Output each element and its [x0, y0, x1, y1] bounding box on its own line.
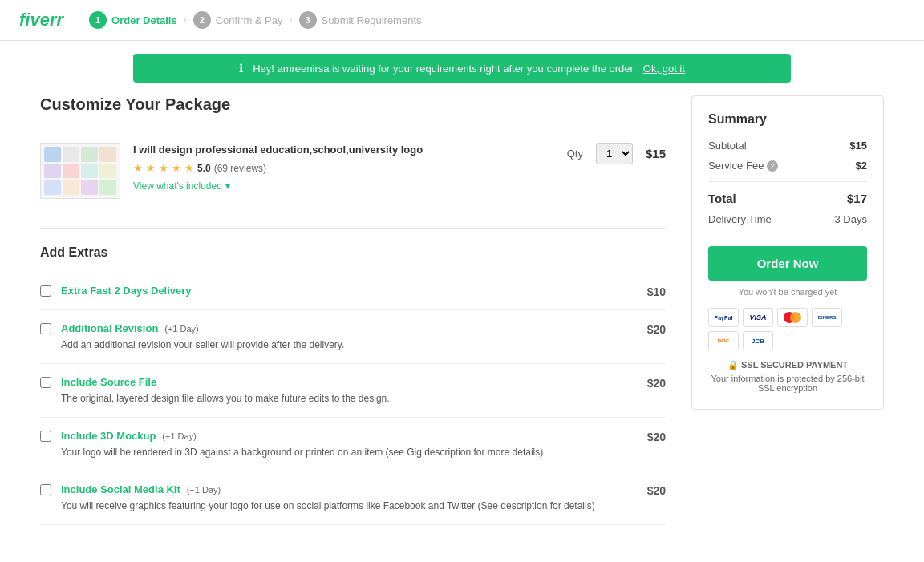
extra-desc-4: You will receive graphics featuring your…: [61, 499, 638, 513]
banner-dismiss-link[interactable]: Ok, got it: [643, 63, 685, 75]
extra-desc-3: Your logo will be rendered in 3D against…: [61, 445, 638, 459]
qty-label: Qty: [567, 148, 583, 160]
service-fee-label: Service Fee ?: [708, 160, 778, 172]
subtotal-label: Subtotal: [708, 139, 747, 152]
package-info: I will design professional education,sch…: [133, 143, 554, 192]
star-3: ★: [159, 162, 168, 174]
mastercard-icon: [777, 308, 808, 327]
extra-checkbox-2[interactable]: [40, 377, 51, 388]
extra-checkbox-1[interactable]: [40, 323, 51, 334]
extra-checkbox-4[interactable]: [40, 484, 51, 495]
extra-item-1: Additional Revision (+1 Day) Add an addi…: [40, 310, 666, 364]
qty-price-area: Qty 1 2 3 $15: [567, 143, 666, 164]
package-title: I will design professional education,sch…: [133, 143, 554, 157]
extra-content-2: Include Source File The original, layere…: [61, 375, 638, 406]
subtotal-value: $15: [849, 139, 867, 152]
extras-section: Add Extras Extra Fast 2 Days Delivery $1…: [40, 245, 666, 525]
svg-point-1: [790, 312, 801, 323]
lock-icon: 🔒: [727, 360, 739, 370]
banner-message: Hey! amreenirsa is waiting for your requ…: [253, 63, 634, 75]
header: fiverr 1 Order Details › 2 Confirm & Pay…: [0, 0, 924, 41]
rating-value: 5.0: [197, 163, 211, 174]
ssl-info: 🔒 SSL SECURED PAYMENT Your information i…: [708, 360, 867, 393]
summary-box: Summary Subtotal $15 Service Fee ? $2 To…: [691, 95, 884, 410]
extra-badge-4: (+1 Day): [187, 485, 221, 495]
delivery-value: 3 Days: [835, 213, 867, 225]
left-panel: Customize Your Package I will design pro…: [40, 95, 666, 525]
paypal-icon: PayPal: [708, 308, 739, 327]
summary-divider: [708, 181, 867, 182]
step-1: 1 Order Details: [89, 11, 177, 29]
extra-price-0: $10: [647, 284, 666, 298]
reviews-count: (69 reviews): [214, 163, 266, 174]
notification-banner: ℹ Hey! amreenirsa is waiting for your re…: [133, 54, 791, 83]
summary-subtotal-row: Subtotal $15: [708, 139, 867, 152]
extra-name-4[interactable]: Include Social Media Kit: [61, 483, 180, 495]
visa-icon: VISA: [743, 308, 773, 327]
qty-select[interactable]: 1 2 3: [596, 143, 633, 164]
package-row: I will design professional education,sch…: [40, 130, 666, 212]
extra-badge-3: (+1 Day): [162, 431, 197, 441]
extra-item-0: Extra Fast 2 Days Delivery $10: [40, 273, 666, 310]
step-3-num: 3: [299, 11, 317, 29]
service-fee-value: $2: [856, 160, 867, 172]
extra-name-3[interactable]: Include 3D Mockup: [61, 430, 156, 442]
step-arrow-2: ›: [290, 14, 293, 26]
extra-item-4: Include Social Media Kit (+1 Day) You wi…: [40, 471, 666, 525]
extra-desc-1: Add an additional revision your seller w…: [61, 338, 638, 352]
chevron-down-icon: ▾: [225, 180, 230, 192]
right-panel: Summary Subtotal $15 Service Fee ? $2 To…: [691, 95, 884, 525]
no-charge-text: You won't be charged yet: [708, 287, 867, 297]
extra-content-0: Extra Fast 2 Days Delivery: [61, 284, 638, 297]
extra-badge-1: (+1 Day): [164, 324, 199, 334]
extra-content-3: Include 3D Mockup (+1 Day) Your logo wil…: [61, 429, 638, 459]
extra-price-2: $20: [647, 375, 666, 390]
star-1: ★: [133, 162, 143, 174]
discover-icon: DISC: [708, 331, 739, 350]
diners-icon: DINERS: [812, 308, 842, 327]
extras-title: Add Extras: [40, 245, 666, 260]
delivery-label: Delivery Time: [708, 213, 772, 225]
step-3-label: Submit Requirements: [322, 14, 422, 26]
jcb-icon: JCB: [743, 331, 773, 350]
ssl-subtext: Your information is protected by 256-bit…: [708, 374, 867, 393]
extra-name-2[interactable]: Include Source File: [61, 376, 156, 388]
main-container: Customize Your Package I will design pro…: [21, 95, 903, 557]
page-title: Customize Your Package: [40, 95, 666, 114]
extra-price-1: $20: [647, 321, 666, 336]
step-3: 3 Submit Requirements: [299, 11, 422, 29]
section-divider: [40, 228, 666, 229]
package-rating: ★ ★ ★ ★ ★ 5.0 (69 reviews): [133, 162, 554, 174]
extra-price-3: $20: [647, 429, 666, 443]
extra-checkbox-3[interactable]: [40, 431, 51, 442]
extra-name-0[interactable]: Extra Fast 2 Days Delivery: [61, 285, 192, 297]
service-fee-help-icon[interactable]: ?: [767, 160, 778, 172]
step-1-label: Order Details: [111, 14, 177, 26]
extra-desc-2: The original, layered design file allows…: [61, 391, 638, 406]
logo[interactable]: fiverr: [19, 10, 63, 30]
order-now-button[interactable]: Order Now: [708, 246, 867, 281]
extra-price-4: $20: [647, 483, 666, 497]
ssl-text: SSL SECURED PAYMENT: [741, 360, 848, 370]
extra-name-1[interactable]: Additional Revision: [61, 322, 158, 334]
extra-checkbox-0[interactable]: [40, 285, 51, 297]
view-whats-included-link[interactable]: View what's included: [133, 180, 222, 192]
step-2-label: Confirm & Pay: [216, 14, 283, 26]
step-2-num: 2: [193, 11, 211, 29]
step-arrow-1: ›: [184, 14, 187, 26]
info-icon: ℹ: [239, 62, 243, 75]
star-5: ★: [184, 162, 194, 174]
package-thumbnail: [40, 143, 120, 199]
steps-nav: 1 Order Details › 2 Confirm & Pay › 3 Su…: [89, 11, 421, 29]
extra-content-4: Include Social Media Kit (+1 Day) You wi…: [61, 483, 638, 513]
summary-total-row: Total $17: [708, 192, 867, 205]
star-4: ★: [172, 162, 181, 174]
extra-item-3: Include 3D Mockup (+1 Day) Your logo wil…: [40, 418, 666, 471]
package-price: $15: [646, 147, 666, 160]
extra-item-2: Include Source File The original, layere…: [40, 364, 666, 418]
summary-delivery-row: Delivery Time 3 Days: [708, 213, 867, 225]
summary-title: Summary: [708, 112, 867, 127]
total-value: $17: [847, 192, 867, 205]
star-2: ★: [146, 162, 156, 174]
step-1-num: 1: [89, 11, 107, 29]
